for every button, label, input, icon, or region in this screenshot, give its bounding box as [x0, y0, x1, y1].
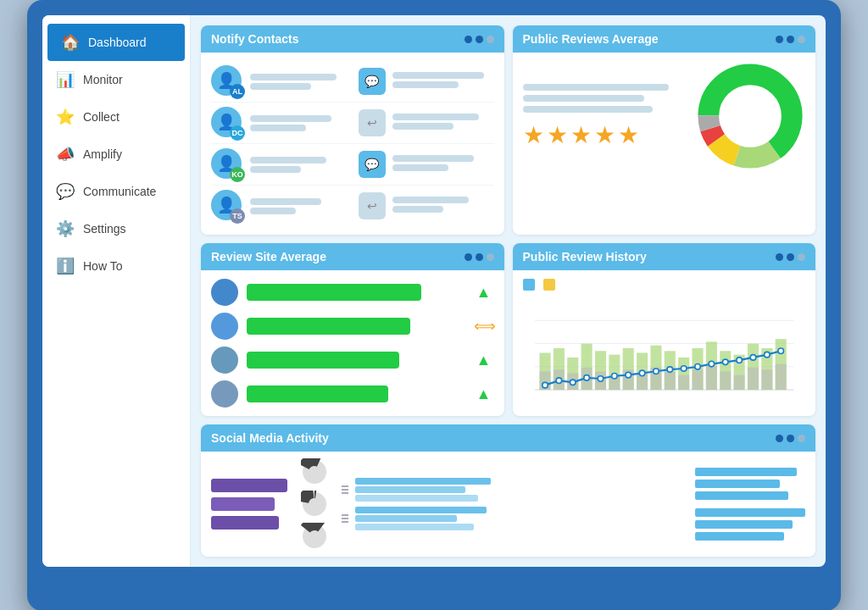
- donut-chart: [695, 61, 805, 171]
- badge-dc: DC: [230, 125, 245, 141]
- contact-action-bars-al: [392, 72, 494, 91]
- reviews-text-bar-1: [523, 84, 669, 91]
- reviews-text-bar-2: [523, 95, 645, 102]
- public-review-history-card: Public Review History: [513, 243, 816, 416]
- social-right-section: [695, 468, 805, 541]
- public-reviews-menu[interactable]: [776, 36, 805, 43]
- sidebar-item-monitor[interactable]: 📊 Monitor: [42, 61, 190, 98]
- purple-bar-1: [211, 479, 287, 492]
- svg-point-48: [570, 380, 576, 385]
- scale-marks-2: [342, 514, 352, 523]
- sidebar-label-communicate: Communicate: [83, 185, 156, 198]
- site-arrow-1: ▲: [474, 284, 494, 302]
- contact-action-ko[interactable]: 💬: [359, 151, 386, 178]
- sidebar-item-howto[interactable]: ℹ️ How To: [42, 247, 190, 285]
- sidebar-item-dashboard[interactable]: 🏠 Dashboard: [47, 24, 185, 61]
- svg-point-69: [303, 524, 326, 548]
- donut-svg: [695, 61, 805, 171]
- review-site-row-2: ⟺: [211, 313, 494, 340]
- review-site-header: Review Site Average: [201, 243, 504, 270]
- info-icon: ℹ️: [56, 257, 75, 275]
- notify-contacts-title: Notify Contacts: [211, 32, 298, 46]
- sidebar-label-settings: Settings: [83, 222, 126, 236]
- rs-dot-2: [476, 253, 483, 261]
- svg-point-52: [625, 372, 631, 378]
- reviews-text-bar-3: [523, 106, 653, 113]
- svg-point-61: [750, 355, 756, 361]
- site-circle-4: [211, 380, 238, 408]
- public-reviews-average-card: Public Reviews Average: [513, 25, 816, 235]
- social-media-activity-card: Social Media Activity: [201, 424, 815, 557]
- sidebar-item-collect[interactable]: ⭐ Collect: [42, 98, 190, 136]
- site-circle-3: [211, 347, 238, 374]
- sm-dot-1: [776, 435, 783, 442]
- site-bar-wrap-1: [247, 284, 465, 301]
- notify-contacts-menu[interactable]: [465, 36, 494, 43]
- svg-point-58: [709, 361, 715, 367]
- contact-avatar-ts: 👤 TS: [211, 190, 243, 222]
- stack-bar: [355, 495, 478, 502]
- review-history-header: Public Review History: [513, 243, 816, 270]
- social-media-header: Social Media Activity: [201, 424, 815, 452]
- action-bar-ts-1: [392, 197, 469, 203]
- monitor-screen: 🏠 Dashboard 📊 Monitor ⭐ Collect 📣 Amplif…: [42, 15, 826, 567]
- site-circle-2: [211, 313, 238, 340]
- svg-rect-42: [733, 375, 744, 390]
- legend-row: [523, 279, 806, 291]
- svg-point-54: [653, 369, 659, 374]
- stack-bars-2: [355, 507, 487, 530]
- right-bar-col-2: [695, 508, 805, 541]
- scale-mark: [342, 521, 348, 523]
- monitor-frame: 🏠 Dashboard 📊 Monitor ⭐ Collect 📣 Amplif…: [27, 0, 841, 610]
- rs-dot-3: [487, 253, 494, 261]
- purple-bar-3: [211, 516, 279, 530]
- site-arrow-2: ⟺: [474, 317, 494, 336]
- svg-point-59: [722, 359, 728, 365]
- contact-action-al[interactable]: 💬: [359, 68, 386, 95]
- mini-pie-1: [301, 458, 328, 485]
- rh-dot-2: [787, 253, 794, 261]
- notify-contacts-body: 👤 AL 💬: [201, 53, 504, 235]
- monitor-icon: 📊: [56, 70, 75, 89]
- contact-bar-ko-2: [250, 166, 301, 173]
- contact-row-dc: 👤 DC ↩: [211, 103, 494, 144]
- social-media-body: [201, 452, 815, 557]
- site-bar-wrap-3: [247, 352, 465, 369]
- site-bar-1: [247, 284, 421, 301]
- review-site-row-1: ▲: [211, 279, 494, 306]
- contact-avatar-ko: 👤 KO: [211, 148, 243, 180]
- svg-point-5: [724, 90, 776, 142]
- legend-box-1: [523, 279, 535, 291]
- menu-dot-3: [487, 36, 494, 43]
- badge-ts: TS: [230, 208, 245, 224]
- contact-action-dc[interactable]: ↩: [359, 109, 386, 136]
- contact-row-al: 👤 AL 💬: [211, 61, 494, 103]
- sidebar-label-dashboard: Dashboard: [88, 36, 147, 49]
- contact-action-bars-ts: [392, 197, 494, 215]
- site-arrow-3: ▲: [474, 352, 494, 369]
- sidebar-item-amplify[interactable]: 📣 Amplify: [42, 136, 190, 173]
- stack-bar: [355, 486, 465, 493]
- svg-rect-38: [678, 375, 689, 390]
- legend-item-1: [523, 279, 535, 291]
- social-media-menu[interactable]: [776, 435, 805, 442]
- review-site-menu[interactable]: [465, 253, 494, 261]
- stack-bar: [355, 524, 474, 530]
- review-history-menu[interactable]: [776, 253, 805, 261]
- sidebar-item-settings[interactable]: ⚙️ Settings: [42, 210, 190, 247]
- megaphone-icon: 📣: [56, 145, 75, 164]
- sidebar-label-amplify: Amplify: [83, 147, 122, 161]
- svg-point-53: [639, 370, 645, 376]
- sidebar-item-communicate[interactable]: 💬 Communicate: [42, 173, 190, 210]
- site-bar-3: [247, 352, 399, 369]
- contact-action-ts[interactable]: ↩: [359, 192, 386, 219]
- contact-bars-ko: [250, 157, 352, 173]
- svg-rect-44: [761, 369, 772, 390]
- svg-rect-43: [747, 368, 758, 390]
- contact-action-bars-dc: [392, 114, 494, 132]
- right-bar-col-1: [695, 468, 805, 500]
- action-bar-ko-1: [392, 155, 474, 162]
- badge-al: AL: [230, 84, 245, 99]
- home-icon: 🏠: [61, 33, 80, 52]
- rh-dot-1: [776, 253, 783, 261]
